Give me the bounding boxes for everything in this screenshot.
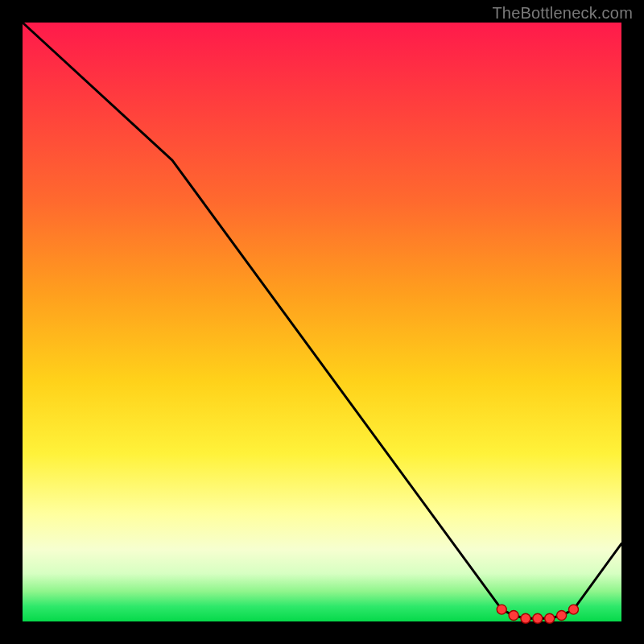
plot-area <box>23 23 621 621</box>
watermark-label: TheBottleneck.com <box>492 4 633 23</box>
series-markers <box>497 605 578 623</box>
chart-stage: TheBottleneck.com <box>0 0 644 644</box>
series-line <box>23 23 621 618</box>
data-point <box>533 613 543 623</box>
data-point <box>568 605 578 614</box>
data-point <box>509 611 518 621</box>
data-point <box>545 613 555 623</box>
line-chart-svg <box>23 23 621 621</box>
data-point <box>521 613 530 623</box>
data-point <box>497 605 506 614</box>
data-point <box>557 611 567 621</box>
